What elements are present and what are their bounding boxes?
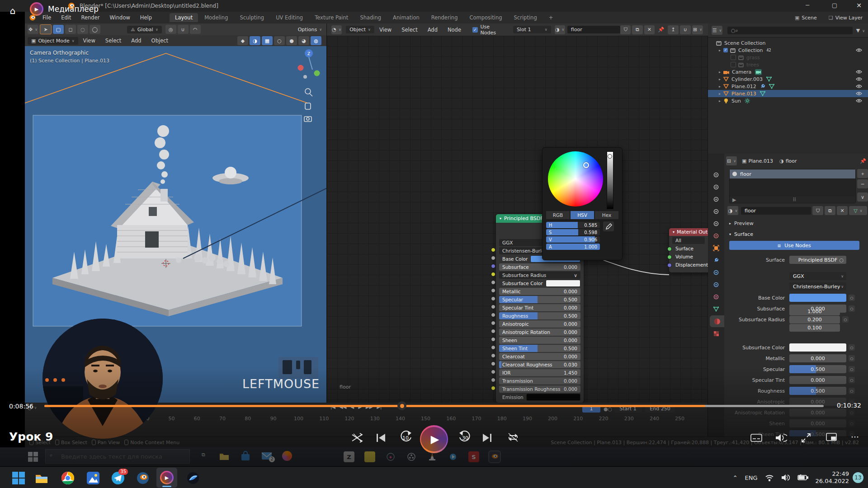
- workspace-tab-modeling[interactable]: Modeling: [199, 13, 233, 22]
- shader-editor-type-icon[interactable]: ◔∨: [331, 25, 342, 34]
- eyedropper-icon[interactable]: [603, 221, 614, 231]
- node-row-sheen[interactable]: Sheen0.000: [499, 337, 580, 344]
- viewport-menu-select[interactable]: Select: [100, 38, 126, 44]
- video-search-input[interactable]: [45, 449, 190, 464]
- workspace-tab-layout[interactable]: Layout: [170, 13, 198, 22]
- hide-eye-icon[interactable]: [856, 70, 862, 74]
- node-row-metallic[interactable]: Metallic0.000: [499, 288, 580, 295]
- outliner-row-plane-013[interactable]: ▸Plane.013: [708, 90, 868, 97]
- volume-tray-icon[interactable]: [781, 474, 790, 481]
- snapping-icon[interactable]: ∪: [680, 25, 691, 34]
- node-row-clearcoat[interactable]: Clearcoat0.000: [499, 353, 580, 360]
- properties-tab-output[interactable]: [708, 193, 724, 205]
- properties-tab-world[interactable]: [708, 230, 724, 242]
- breadcrumb-object[interactable]: Plane.013: [748, 158, 773, 164]
- node-row-specular[interactable]: Specular0.500: [499, 296, 580, 303]
- options-dropdown[interactable]: Options∨: [298, 27, 322, 33]
- input-socket-roughness[interactable]: [491, 305, 495, 309]
- active-tool-button[interactable]: ➤: [40, 24, 52, 34]
- blender-taskbar-icon[interactable]: [136, 471, 150, 485]
- input-socket-anisotropic[interactable]: [491, 313, 495, 317]
- node-row-specular-tint[interactable]: Specular Tint0.000: [499, 304, 580, 311]
- node-row-roughness[interactable]: Roughness0.500: [499, 312, 580, 319]
- menu-file[interactable]: File: [38, 14, 56, 21]
- animate-dot[interactable]: ○: [842, 316, 849, 323]
- animate-dot[interactable]: ○: [849, 377, 855, 383]
- select-mode-lasso[interactable]: ◯: [90, 25, 100, 34]
- color-swatch-emission[interactable]: [526, 394, 580, 401]
- blender-icon[interactable]: [489, 451, 500, 462]
- chrome-icon[interactable]: [61, 471, 75, 485]
- minimize-button[interactable]: ─: [806, 2, 809, 9]
- shading-material-button[interactable]: ◕: [298, 36, 309, 45]
- node-row-transmission-roughness[interactable]: Transmission Roughness0.000: [499, 385, 580, 393]
- workspace-tab-[interactable]: +: [543, 13, 559, 22]
- outliner-label[interactable]: Scene Collection: [724, 40, 765, 46]
- viewport-menu-object[interactable]: Object: [146, 38, 173, 44]
- fake-user-button[interactable]: ⛉: [812, 206, 823, 215]
- substance-painter-icon[interactable]: S: [468, 451, 479, 462]
- output-input-displacement[interactable]: Displacement: [672, 261, 708, 268]
- overlays-dropdown[interactable]: ◑: [250, 36, 260, 45]
- color-wheel-cursor[interactable]: [583, 162, 589, 168]
- node-row-subsurface[interactable]: Subsurface0.000: [499, 263, 580, 271]
- value-slider-handle[interactable]: [608, 154, 612, 159]
- input-socket-specular-tint[interactable]: [491, 296, 495, 301]
- input-socket-clearcoat[interactable]: [491, 345, 495, 350]
- file-explorer-icon[interactable]: [35, 471, 48, 485]
- close-button[interactable]: ✕: [856, 2, 862, 9]
- fullscreen-icon[interactable]: [801, 433, 811, 443]
- input-socket-ior[interactable]: [491, 361, 495, 366]
- use-nodes-button[interactable]: ⧈ Use Nodes: [729, 241, 859, 250]
- workspace-tab-texture-paint[interactable]: Texture Paint: [309, 13, 354, 22]
- animate-dot[interactable]: ○: [849, 409, 855, 416]
- input-socket-sheen-tint[interactable]: [491, 337, 495, 342]
- seek-handle[interactable]: [397, 401, 406, 410]
- input-socket-subsurface-radius[interactable]: [491, 264, 495, 268]
- outliner-label[interactable]: Sun: [731, 98, 741, 104]
- outliner-label[interactable]: Collection: [738, 47, 763, 53]
- material-output-header[interactable]: ▾Material Output: [669, 228, 708, 236]
- surface-shader-field[interactable]: Principled BSDF○: [789, 256, 846, 264]
- pin-icon[interactable]: 📌: [656, 25, 666, 34]
- maximize-button[interactable]: ▢: [832, 2, 837, 9]
- voicemeeter-icon[interactable]: [385, 451, 396, 462]
- hide-eye-icon[interactable]: [856, 77, 862, 81]
- start-button[interactable]: [12, 471, 25, 485]
- snap-magnet-icon[interactable]: ∪: [178, 25, 189, 34]
- material-name-field[interactable]: floor: [567, 26, 620, 33]
- material-name-input[interactable]: floor: [741, 207, 811, 215]
- show-gizmo-dropdown[interactable]: ◆: [237, 36, 248, 45]
- outliner-editor-type-icon[interactable]: ☰∨: [712, 26, 722, 35]
- input-socket-transmission[interactable]: [491, 370, 495, 374]
- hide-eye-icon[interactable]: [856, 84, 862, 89]
- picker-tab-hsv[interactable]: HSV: [571, 211, 594, 219]
- subsurface-method-dropdown[interactable]: Christensen-Burley∨: [789, 282, 846, 291]
- menu-edit[interactable]: Edit: [56, 14, 76, 21]
- material-slot-item[interactable]: floor: [730, 169, 855, 178]
- outliner-row-grass[interactable]: grass: [708, 54, 868, 61]
- scene-selector[interactable]: Scene: [802, 15, 817, 21]
- material-output-node[interactable]: ▾Material Output All SurfaceVolumeDispla…: [669, 228, 708, 272]
- expand-icon[interactable]: ▸: [719, 48, 723, 52]
- video-folder-icon[interactable]: [219, 451, 230, 462]
- filter-icon[interactable]: ▼∨: [856, 28, 865, 33]
- tray-chevron-icon[interactable]: ⌃: [733, 474, 738, 481]
- fake-user-shield-icon[interactable]: ⛉: [620, 25, 631, 34]
- zbrush-icon[interactable]: Z: [344, 451, 354, 462]
- outliner-label[interactable]: Camera: [732, 69, 751, 75]
- outliner-row-scene-collection[interactable]: Scene Collection: [708, 39, 868, 47]
- pivot-point-dropdown[interactable]: ◎: [165, 25, 176, 34]
- remove-slot-button[interactable]: −: [857, 179, 868, 188]
- outliner-row-sun[interactable]: ▸Sun: [708, 97, 868, 104]
- skip-forward-30-icon[interactable]: 30: [458, 430, 472, 444]
- input-socket-metallic[interactable]: [491, 280, 495, 285]
- properties-pin-icon[interactable]: 📌: [860, 158, 866, 164]
- outliner-label[interactable]: Plane.012: [731, 84, 756, 89]
- collection-checkbox[interactable]: ✓: [723, 48, 728, 52]
- property-slider-specular[interactable]: 0.500: [789, 365, 846, 373]
- surface-section[interactable]: ▾Surface: [729, 231, 753, 237]
- animate-dot[interactable]: ○: [849, 305, 855, 312]
- outliner-row-collection[interactable]: ▸✓Collection42: [708, 47, 868, 54]
- outliner-search-input[interactable]: ○⌕: [727, 27, 853, 34]
